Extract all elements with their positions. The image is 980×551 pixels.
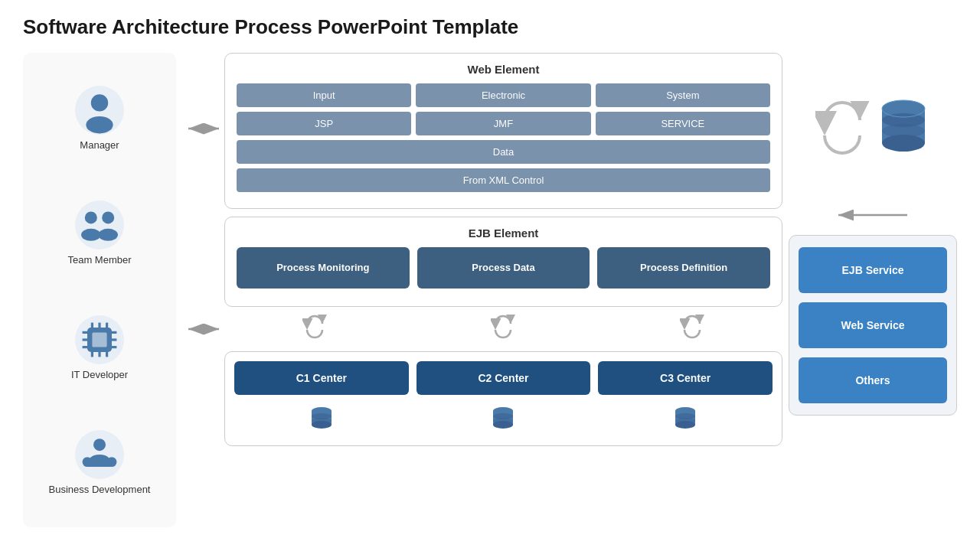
right-ejb-arrow bbox=[789, 206, 957, 224]
center-cell-c2: C2 Center bbox=[416, 361, 591, 395]
web-element-arrow-left bbox=[182, 119, 224, 143]
web-cell-xml: From XML Control bbox=[237, 168, 770, 192]
sidebar-item-it-developer: IT Developer bbox=[31, 315, 168, 380]
svg-point-2 bbox=[85, 211, 97, 223]
team-member-label: Team Member bbox=[67, 254, 131, 266]
ejb-service-button[interactable]: EJB Service bbox=[799, 247, 947, 293]
svg-point-39 bbox=[312, 418, 332, 424]
db-top-right bbox=[789, 53, 957, 206]
web-cell-system: System bbox=[596, 83, 770, 107]
chip-icon bbox=[75, 315, 124, 364]
svg-point-21 bbox=[83, 457, 93, 467]
web-element-box: Web Element Input Electronic System JSP … bbox=[224, 53, 782, 209]
web-element-section: Web Element Input Electronic System JSP … bbox=[182, 53, 782, 209]
it-developer-label: IT Developer bbox=[71, 369, 128, 380]
svg-point-5 bbox=[98, 228, 118, 240]
manager-icon bbox=[75, 86, 124, 135]
biz-icon bbox=[75, 430, 124, 479]
db-icon-c3 bbox=[598, 406, 773, 438]
web-cell-data: Data bbox=[237, 140, 770, 164]
business-development-label: Business Development bbox=[49, 484, 151, 495]
sidebar-item-business-development: Business Development bbox=[31, 430, 168, 495]
svg-point-22 bbox=[107, 457, 117, 467]
svg-rect-7 bbox=[92, 332, 106, 347]
ejb-element-title: EJB Element bbox=[237, 227, 770, 240]
it-developer-icon-circle bbox=[75, 315, 124, 364]
page-title: Software Architecture Process PowerPoint… bbox=[23, 15, 957, 39]
web-element-title: Web Element bbox=[237, 63, 770, 76]
svg-point-49 bbox=[675, 418, 695, 424]
web-cell-electronic: Electronic bbox=[416, 83, 590, 107]
ejb-cell-process-monitoring: Process Monitoring bbox=[237, 247, 410, 289]
center-boxes-row: C1 Center C2 Center C3 Center bbox=[234, 361, 773, 395]
right-services-box: EJB Service Web Service Others bbox=[789, 235, 957, 416]
web-cell-input: Input bbox=[237, 83, 411, 107]
right-side: EJB Service Web Service Others bbox=[789, 53, 957, 527]
manager-icon-circle bbox=[75, 86, 124, 135]
left-sidebar: Manager Team Member bbox=[23, 53, 176, 527]
svg-point-4 bbox=[81, 228, 101, 240]
sync-icon-3 bbox=[602, 315, 782, 344]
svg-point-3 bbox=[102, 211, 114, 223]
sync-icon-2 bbox=[413, 315, 593, 344]
svg-point-56 bbox=[882, 124, 925, 138]
web-cell-jsp: JSP bbox=[237, 112, 411, 135]
others-button[interactable]: Others bbox=[799, 357, 947, 403]
sync-icons-row bbox=[224, 310, 782, 348]
db-icons-row bbox=[234, 399, 773, 445]
ejb-element-box: EJB Element Process Monitoring Process D… bbox=[224, 217, 782, 307]
svg-point-0 bbox=[91, 94, 108, 111]
db-icon-c2 bbox=[416, 406, 591, 438]
ejb-element-section: EJB Element Process Monitoring Process D… bbox=[182, 217, 782, 446]
svg-point-20 bbox=[93, 439, 106, 451]
sidebar-item-team-member: Team Member bbox=[31, 201, 168, 266]
database-big-icon bbox=[877, 97, 930, 161]
center-cell-c1: C1 Center bbox=[234, 361, 409, 395]
ejb-cell-process-definition: Process Definition bbox=[597, 247, 770, 289]
sync-big-icon bbox=[815, 101, 869, 158]
team-member-icon-circle bbox=[75, 201, 124, 249]
svg-point-44 bbox=[493, 418, 513, 424]
web-cell-service: SERVICE bbox=[596, 112, 770, 135]
web-cell-jmf: JMF bbox=[416, 112, 590, 135]
sidebar-item-manager: Manager bbox=[31, 86, 168, 151]
sync-icon-1 bbox=[224, 315, 405, 344]
web-service-button[interactable]: Web Service bbox=[799, 302, 947, 348]
ejb-cell-process-data: Process Data bbox=[417, 247, 590, 289]
manager-label: Manager bbox=[80, 139, 119, 151]
team-icon bbox=[75, 201, 124, 249]
ejb-element-arrow-left bbox=[182, 320, 224, 344]
center-cell-c3: C3 Center bbox=[598, 361, 773, 395]
business-development-icon-circle bbox=[75, 430, 124, 479]
svg-point-1 bbox=[86, 116, 113, 133]
db-icon-c1 bbox=[234, 406, 409, 438]
